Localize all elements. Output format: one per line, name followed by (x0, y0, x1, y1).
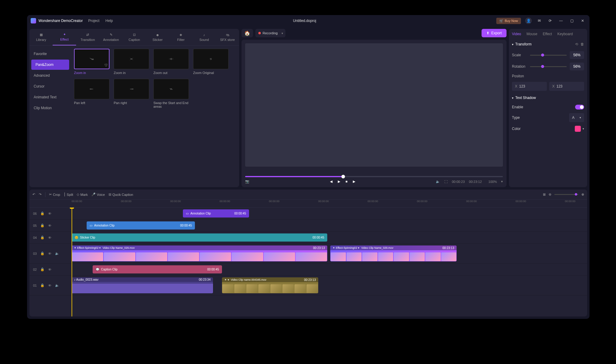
zoom-level[interactable]: 100% (488, 180, 497, 184)
lock-icon[interactable]: 🔒 (40, 251, 45, 255)
tab-caption[interactable]: ⊡Caption (123, 29, 146, 45)
effect-swap-the-start-and-end-areas[interactable]: Swap the Start and End areas (153, 79, 189, 108)
lock-icon[interactable]: 🔒 (40, 211, 45, 215)
mail-icon[interactable]: ✉ (536, 17, 543, 24)
stop-icon[interactable]: ■ (346, 180, 348, 184)
zoom-slider[interactable] (554, 194, 578, 195)
color-swatch[interactable] (575, 126, 581, 132)
scale-slider[interactable] (530, 55, 567, 56)
eye-icon[interactable]: 👁 (48, 284, 51, 287)
menu-project[interactable]: Project (88, 19, 99, 23)
caption-tool[interactable]: ⊟ Qucik Caption (109, 193, 133, 196)
export-button[interactable]: ⬆ Export (482, 29, 507, 37)
lock-icon[interactable]: 🔒 (40, 236, 45, 239)
position-y-input[interactable]: X123 (549, 82, 584, 91)
buy-now-button[interactable]: 🛒 Buy Now (496, 18, 521, 24)
playhead[interactable] (72, 208, 72, 316)
sidebar-item-clipmotion[interactable]: Clip Motion (29, 103, 71, 113)
sidebar-item-panzoom[interactable]: Pan&Zoom (31, 60, 69, 70)
eye-icon[interactable]: 👁 (48, 252, 51, 255)
sidebar-item-advanced[interactable]: Advanced (29, 70, 71, 81)
redo-icon[interactable]: ↷ (39, 193, 42, 196)
eye-icon[interactable]: 👁 (48, 212, 51, 215)
scale-value[interactable]: 56% (570, 51, 584, 59)
eye-icon[interactable]: 👁 (48, 268, 51, 271)
fullscreen-icon[interactable]: ⛶ (444, 180, 448, 184)
lock-icon[interactable]: 🔒 (40, 283, 45, 287)
close-icon[interactable]: ✕ (579, 17, 586, 24)
timeline-ruler[interactable]: 00:00:0000:00:0000:00:0000:00:0000:00:00… (29, 200, 587, 208)
clip-video[interactable]: ✦ Effect-Spinning02 ▾Video Clip Name_029… (330, 245, 457, 261)
mute-icon[interactable]: 🔈 (55, 283, 59, 287)
clip-audio[interactable]: ♪ Audio_0023.wav00:23:34 (72, 277, 213, 293)
eye-icon[interactable]: 👁 (48, 224, 51, 227)
lock-icon[interactable]: 🔒 (40, 267, 45, 271)
tab-effect[interactable]: ✦Effect (53, 29, 76, 45)
tab-sfx-store[interactable]: 🛍SFX store (216, 29, 239, 45)
effect-pan-left[interactable]: Pan left (74, 79, 109, 108)
preview-scrubber[interactable] (245, 176, 503, 177)
eye-icon[interactable]: 👁 (48, 236, 51, 239)
chevron-down-icon[interactable]: ▾ (501, 180, 503, 184)
property-tab-keyboard[interactable]: Keyboard (557, 32, 573, 36)
lock-icon[interactable]: 🔒 (40, 224, 45, 227)
chevron-down-icon[interactable]: ▾ (583, 127, 584, 130)
voice-tool[interactable]: 🎤 Voice (91, 193, 105, 196)
clip-video[interactable]: ✦ Effect-Spinning02 ▾Video Clip Name_029… (72, 245, 327, 261)
tab-transition[interactable]: ⇄Transition (76, 29, 99, 45)
property-tab-effect[interactable]: Effect (543, 32, 552, 36)
home-button[interactable]: 🏠 (242, 29, 253, 37)
mark-tool[interactable]: ◇ Mark (77, 193, 88, 196)
menu-help[interactable]: Help (106, 19, 113, 23)
maximize-icon[interactable]: ▢ (568, 17, 575, 24)
clip-sticker[interactable]: 😊Sticker Clip00:00:45 (72, 233, 327, 242)
type-select[interactable]: A ▾ (569, 113, 584, 122)
undo-icon[interactable]: ↶ (32, 193, 35, 196)
effect-zoom-original[interactable]: Zoom Original (193, 49, 229, 75)
delete-icon[interactable]: 🗑 (581, 42, 584, 46)
mute-icon[interactable]: 🔈 (55, 251, 59, 255)
sidebar-item-cursor[interactable]: Cursor (29, 81, 71, 91)
preview-canvas[interactable] (245, 43, 503, 167)
volume-icon[interactable]: 🔈 (436, 180, 440, 184)
play-icon[interactable]: ▶ (338, 180, 340, 184)
tab-library[interactable]: ▦Library (29, 29, 53, 45)
sidebar-item-animatedtext[interactable]: Animated Text (29, 92, 71, 102)
recording-dropdown[interactable]: Recording (255, 29, 285, 37)
heart-icon[interactable]: ♡ (104, 63, 108, 67)
rotation-slider[interactable] (530, 66, 567, 67)
effect-pan-right[interactable]: Pan right (114, 79, 149, 108)
refresh-icon[interactable]: ⟳ (547, 17, 553, 24)
user-icon[interactable]: 👤 (525, 17, 532, 24)
zoom-out-icon[interactable]: ⊖ (549, 193, 551, 196)
position-label: Positon (512, 74, 584, 78)
property-tab-mouse[interactable]: Mouse (526, 32, 537, 36)
reset-icon[interactable]: ⟲ (575, 42, 578, 46)
clip-caption[interactable]: 💬Caption Clip00:00:45 (93, 265, 222, 273)
minimize-icon[interactable]: — (558, 17, 564, 24)
tab-filter[interactable]: ◈Filter (169, 29, 192, 45)
tab-sound[interactable]: ♪Sound (192, 29, 216, 45)
clip-video2[interactable]: ✦ ▾Video Clip name.004345.mov00:23:13 (222, 277, 318, 293)
next-frame-icon[interactable]: ▶ (353, 180, 355, 184)
clip-annotation2[interactable]: ▭Annotation Clip00:00:45 (87, 221, 195, 230)
split-tool[interactable]: ⎮ Spilt (64, 193, 73, 196)
camera-icon[interactable]: 📷 (245, 180, 249, 184)
sidebar-item-favorite[interactable]: Favorite (29, 49, 71, 59)
clip-annotation[interactable]: ▭Annotation Clip00:00:45 (183, 209, 249, 217)
enable-toggle[interactable] (575, 105, 584, 110)
caption-icon[interactable]: ⊞ (543, 193, 546, 196)
effect-zoom-in[interactable]: Zoom in (114, 49, 149, 75)
zoom-in-icon[interactable]: ⊕ (581, 193, 584, 196)
transform-header[interactable]: ▾ Transform ⟲🗑 (512, 42, 584, 46)
shadow-header[interactable]: ▾ Text Shadow (512, 96, 584, 100)
rotation-value[interactable]: 56% (570, 63, 584, 70)
position-x-input[interactable]: X123 (512, 82, 547, 91)
property-tab-video[interactable]: Video (512, 32, 521, 36)
tab-annotation[interactable]: ✎Annotation (99, 29, 122, 45)
tab-sticker[interactable]: ☻Sticker (146, 29, 169, 45)
effect-zoom-out[interactable]: Zoom out (153, 49, 189, 75)
crop-tool[interactable]: ✂ Crop (49, 193, 60, 196)
prev-frame-icon[interactable]: ◀ (330, 180, 332, 184)
effect-zoom-in[interactable]: ♡Zoom in (74, 49, 109, 75)
